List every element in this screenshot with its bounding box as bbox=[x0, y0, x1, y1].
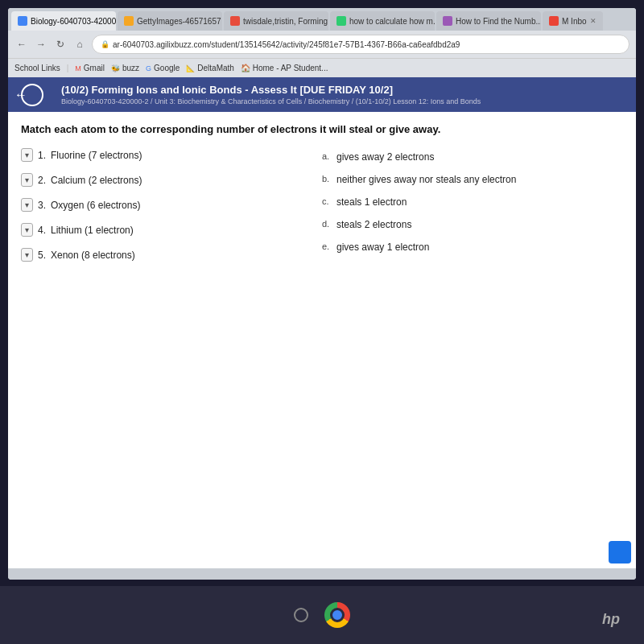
answer-letter-e: e. bbox=[322, 242, 333, 251]
list-item: ▾ 4. Lithium (1 electron) bbox=[21, 223, 322, 237]
tab-label-4: how to calculate how m... bbox=[349, 17, 435, 26]
bookmark-schoollinks-label: School Links bbox=[14, 64, 60, 72]
answer-item-d: d. steals 2 electrons bbox=[322, 219, 623, 230]
bookmark-gmail-label: Gmail bbox=[84, 64, 105, 72]
item-label-2: Calcium (2 electrons) bbox=[51, 175, 142, 186]
dropdown-1[interactable]: ▾ bbox=[21, 148, 33, 162]
tab-favicon-1 bbox=[18, 16, 27, 26]
list-item: ▾ 5. Xenon (8 electrons) bbox=[21, 248, 322, 262]
next-button[interactable] bbox=[609, 541, 631, 564]
course-circle-icon bbox=[21, 84, 43, 106]
bookmark-gmail[interactable]: M Gmail bbox=[75, 64, 105, 72]
screen: Biology-6040703-42000 ✕ GettyImages-4657… bbox=[8, 8, 636, 580]
matching-container: ▾ 1. Fluorine (7 electrons) ▾ 2. Calcium… bbox=[21, 148, 623, 262]
tab-favicon-3 bbox=[230, 16, 240, 26]
tab-label-5: How to Find the Numb... bbox=[456, 17, 541, 26]
answer-item-c: c. steals 1 electron bbox=[322, 196, 623, 208]
content-area: Match each atom to the corresponding num… bbox=[8, 112, 636, 568]
left-column: ▾ 1. Fluorine (7 electrons) ▾ 2. Calcium… bbox=[21, 148, 322, 262]
answer-letter-c: c. bbox=[322, 196, 333, 206]
tab-getty[interactable]: GettyImages-46571657 ✕ bbox=[118, 11, 222, 31]
course-header-inner: (10/2) Forming Ions and Ionic Bonds - As… bbox=[32, 84, 626, 105]
dropdown-3[interactable]: ▾ bbox=[21, 198, 33, 212]
item-num-3: 3. bbox=[38, 200, 46, 211]
browser-chrome: Biology-6040703-42000 ✕ GettyImages-4657… bbox=[8, 8, 636, 77]
list-item: ▾ 1. Fluorine (7 electrons) bbox=[21, 148, 322, 162]
answer-item-b: b. neither gives away nor steals any ele… bbox=[322, 174, 623, 185]
list-item: ▾ 3. Oxygen (6 electrons) bbox=[21, 198, 322, 212]
answer-label-b: neither gives away nor steals any electr… bbox=[336, 174, 516, 185]
taskbar-chrome-icon[interactable] bbox=[324, 602, 350, 628]
list-item: ▾ 2. Calcium (2 electrons) bbox=[21, 173, 322, 187]
bookmark-google-label: Google bbox=[154, 64, 180, 72]
address-text: ar-6040703.agilixbuzz.com/student/135145… bbox=[113, 40, 460, 49]
bookmarks-bar: School Links | M Gmail 🐝 buzz G Google 📐… bbox=[8, 58, 636, 77]
tab-inbox[interactable]: M Inbo ✕ bbox=[543, 11, 603, 31]
forward-button[interactable]: → bbox=[34, 37, 48, 52]
bookmark-google[interactable]: G Google bbox=[146, 64, 180, 72]
answer-label-e: gives away 1 electron bbox=[336, 242, 429, 253]
taskbar: hp bbox=[0, 586, 644, 644]
bookmark-deltamath-label: DeltaMath bbox=[197, 64, 234, 72]
answer-letter-b: b. bbox=[322, 174, 333, 184]
taskbar-circle-icon bbox=[294, 608, 308, 622]
tab-calculate[interactable]: how to calculate how m... ✕ bbox=[330, 11, 435, 31]
item-num-5: 5. bbox=[38, 250, 46, 261]
answer-letter-a: a. bbox=[322, 151, 333, 161]
item-label-4: Lithium (1 electron) bbox=[51, 225, 134, 236]
screen-status-bar bbox=[8, 568, 636, 580]
item-num-1: 1. bbox=[38, 150, 46, 161]
tab-favicon-2 bbox=[124, 16, 134, 26]
course-subtitle: Biology-6040703-420000-2 / Unit 3: Bioch… bbox=[61, 97, 626, 105]
answer-label-c: steals 1 electron bbox=[336, 196, 407, 208]
tab-howto[interactable]: How to Find the Numb... ✕ bbox=[436, 11, 541, 31]
tab-twisdale[interactable]: twisdale,tristin, Forming ✕ bbox=[224, 11, 328, 31]
dropdown-4[interactable]: ▾ bbox=[21, 223, 33, 237]
dropdown-2[interactable]: ▾ bbox=[21, 173, 33, 187]
dropdown-5[interactable]: ▾ bbox=[21, 248, 33, 262]
right-column: a. gives away 2 electrons b. neither giv… bbox=[322, 148, 623, 262]
tab-label-6: M Inbo bbox=[562, 17, 587, 26]
course-header: ← (10/2) Forming Ions and Ionic Bonds - … bbox=[8, 77, 636, 112]
tab-bar: Biology-6040703-42000 ✕ GettyImages-4657… bbox=[8, 8, 636, 31]
bookmark-schoollinks[interactable]: School Links bbox=[14, 64, 60, 72]
question-instruction: Match each atom to the corresponding num… bbox=[21, 123, 623, 135]
bookmark-home[interactable]: 🏠 Home - AP Student... bbox=[241, 64, 328, 72]
answer-letter-d: d. bbox=[322, 219, 333, 229]
course-title: (10/2) Forming Ions and Ionic Bonds - As… bbox=[61, 84, 626, 96]
bookmark-deltamath[interactable]: 📐 DeltaMath bbox=[186, 64, 234, 72]
item-label-3: Oxygen (6 electrons) bbox=[51, 200, 140, 211]
item-label-1: Fluorine (7 electrons) bbox=[51, 150, 142, 161]
bookmark-home-label: 🏠 Home - AP Student... bbox=[241, 64, 328, 72]
tab-favicon-6 bbox=[549, 16, 559, 26]
tab-label-3: twisdale,tristin, Forming bbox=[243, 17, 328, 26]
address-bar-row: ← → ↻ ⌂ 🔒 ar-6040703.agilixbuzz.com/stud… bbox=[8, 31, 636, 58]
tab-label-2: GettyImages-46571657 bbox=[137, 17, 221, 26]
hp-logo: hp bbox=[602, 611, 620, 628]
tab-biology[interactable]: Biology-6040703-42000 ✕ bbox=[11, 11, 116, 31]
answer-label-a: gives away 2 electrons bbox=[336, 151, 434, 163]
bookmark-buzz[interactable]: 🐝 buzz bbox=[111, 64, 139, 72]
back-button[interactable]: ← bbox=[14, 37, 29, 52]
tab-label-1: Biology-6040703-42000 bbox=[31, 17, 116, 26]
home-button[interactable]: ⌂ bbox=[72, 37, 87, 52]
answer-item-e: e. gives away 1 electron bbox=[322, 242, 623, 253]
item-num-4: 4. bbox=[38, 225, 46, 236]
tab-favicon-4 bbox=[336, 16, 346, 26]
tab-favicon-5 bbox=[443, 16, 452, 26]
tab-close-6[interactable]: ✕ bbox=[590, 17, 597, 25]
answer-label-d: steals 2 electrons bbox=[336, 219, 411, 230]
answer-item-a: a. gives away 2 electrons bbox=[322, 151, 623, 163]
refresh-button[interactable]: ↻ bbox=[53, 37, 68, 52]
item-num-2: 2. bbox=[38, 175, 46, 186]
address-input[interactable]: 🔒 ar-6040703.agilixbuzz.com/student/1351… bbox=[92, 35, 630, 54]
item-label-5: Xenon (8 electrons) bbox=[51, 250, 135, 261]
bookmark-buzz-label: buzz bbox=[122, 64, 139, 72]
